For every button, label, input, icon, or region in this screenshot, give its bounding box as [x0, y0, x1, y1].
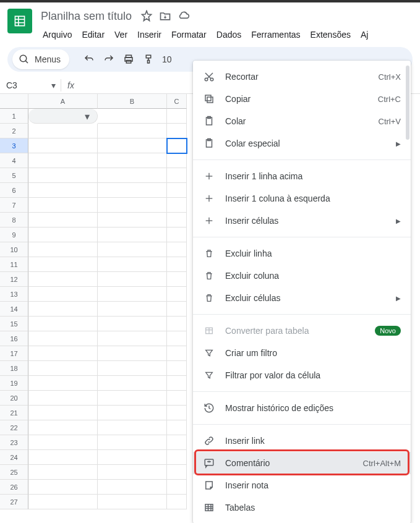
- cm-history[interactable]: Mostrar histórico de edições: [193, 397, 411, 419]
- cloud-icon[interactable]: [178, 10, 190, 22]
- cell[interactable]: [167, 257, 187, 272]
- cell[interactable]: [98, 406, 167, 420]
- cm-insert-row-above[interactable]: Inserir 1 linha acima: [193, 165, 411, 187]
- row-header[interactable]: 16: [0, 331, 28, 346]
- cell[interactable]: [167, 287, 187, 302]
- cell[interactable]: [98, 213, 167, 227]
- cm-tables[interactable]: Tabelas: [193, 496, 411, 519]
- cell[interactable]: [167, 495, 187, 509]
- cell[interactable]: [167, 346, 187, 361]
- sheets-app-icon[interactable]: [7, 9, 32, 33]
- cell[interactable]: [28, 213, 98, 227]
- redo-button[interactable]: [100, 51, 118, 68]
- cell[interactable]: [98, 302, 167, 317]
- cell[interactable]: [167, 317, 187, 331]
- cell[interactable]: [28, 227, 98, 242]
- cell[interactable]: [167, 272, 187, 287]
- cell[interactable]: [28, 391, 98, 406]
- cell[interactable]: [98, 450, 167, 465]
- cell[interactable]: [98, 138, 167, 153]
- row-header[interactable]: 1: [0, 109, 28, 124]
- row-header[interactable]: 14: [0, 302, 28, 317]
- cell[interactable]: [98, 227, 167, 242]
- row-header[interactable]: 3: [0, 138, 28, 153]
- cm-cut[interactable]: Recortar Ctrl+X: [193, 66, 411, 88]
- row-header[interactable]: 12: [0, 272, 28, 287]
- row-header[interactable]: 8: [0, 213, 28, 227]
- menu-ver[interactable]: Ver: [110, 27, 132, 42]
- cell[interactable]: [167, 213, 187, 227]
- cm-comment[interactable]: Comentário Ctrl+Alt+M: [193, 452, 411, 474]
- cm-paste-special[interactable]: Colar especial ▶: [193, 132, 411, 155]
- cell[interactable]: [28, 168, 98, 183]
- cell[interactable]: [28, 272, 98, 287]
- cell[interactable]: [28, 346, 98, 361]
- row-header[interactable]: 27: [0, 495, 28, 509]
- cm-insert-note[interactable]: Inserir nota: [193, 474, 411, 496]
- cell[interactable]: [28, 406, 98, 420]
- cell[interactable]: [28, 302, 98, 317]
- cell[interactable]: [28, 138, 98, 153]
- row-header[interactable]: 9: [0, 227, 28, 242]
- zoom-value[interactable]: 10: [160, 54, 174, 64]
- cm-create-filter[interactable]: Criar um filtro: [193, 342, 411, 364]
- cell[interactable]: [167, 480, 187, 495]
- row-header[interactable]: 5: [0, 168, 28, 183]
- cell[interactable]: [98, 257, 167, 272]
- col-header-a[interactable]: A: [28, 94, 98, 109]
- cell[interactable]: ▾: [28, 109, 98, 124]
- cell[interactable]: [98, 168, 167, 183]
- cm-delete-cells[interactable]: Excluir células ▶: [193, 287, 411, 309]
- cell[interactable]: [167, 168, 187, 183]
- row-header[interactable]: 20: [0, 391, 28, 406]
- cell[interactable]: [28, 153, 98, 168]
- paint-format-button[interactable]: [140, 51, 157, 68]
- print-button[interactable]: [120, 51, 137, 68]
- row-header[interactable]: 19: [0, 376, 28, 391]
- cell[interactable]: [167, 183, 187, 198]
- row-header[interactable]: 22: [0, 420, 28, 435]
- cell[interactable]: [28, 183, 98, 198]
- move-icon[interactable]: [159, 10, 171, 22]
- cell[interactable]: [167, 391, 187, 406]
- cell[interactable]: [167, 153, 187, 168]
- cell[interactable]: [28, 257, 98, 272]
- cell[interactable]: [98, 183, 167, 198]
- row-header[interactable]: 17: [0, 346, 28, 361]
- cell[interactable]: [167, 376, 187, 391]
- cell[interactable]: [167, 138, 187, 153]
- cell[interactable]: [167, 198, 187, 213]
- cell[interactable]: [98, 331, 167, 346]
- cm-delete-row[interactable]: Excluir linha: [193, 242, 411, 265]
- menu-search[interactable]: Menus: [12, 49, 69, 69]
- cell[interactable]: [98, 420, 167, 435]
- cell[interactable]: [98, 198, 167, 213]
- cell[interactable]: [28, 480, 98, 495]
- cm-copy[interactable]: Copiar Ctrl+C: [193, 88, 411, 110]
- row-header[interactable]: 23: [0, 435, 28, 450]
- menu-dados[interactable]: Dados: [212, 27, 246, 42]
- cm-filter-by-value[interactable]: Filtrar por valor da célula: [193, 364, 411, 386]
- star-icon[interactable]: [140, 10, 153, 22]
- row-header[interactable]: 15: [0, 317, 28, 331]
- cm-convert-table[interactable]: Converter para tabela Novo: [193, 320, 411, 342]
- cell[interactable]: [28, 287, 98, 302]
- cell[interactable]: [98, 346, 167, 361]
- cell[interactable]: [28, 420, 98, 435]
- select-all-corner[interactable]: [0, 94, 28, 109]
- cell[interactable]: [167, 109, 187, 124]
- cell[interactable]: [98, 361, 167, 376]
- name-box[interactable]: C3 ▾: [0, 80, 61, 90]
- menu-ferramentas[interactable]: Ferramentas: [247, 27, 304, 42]
- cell[interactable]: [28, 124, 98, 138]
- scrollbar-thumb[interactable]: [406, 66, 409, 140]
- undo-button[interactable]: [80, 51, 98, 68]
- row-header[interactable]: 6: [0, 183, 28, 198]
- cell[interactable]: [98, 376, 167, 391]
- row-header[interactable]: 11: [0, 257, 28, 272]
- row-header[interactable]: 2: [0, 124, 28, 138]
- cell[interactable]: [167, 406, 187, 420]
- cell[interactable]: [167, 361, 187, 376]
- col-header-b[interactable]: B: [98, 94, 167, 109]
- col-header-c[interactable]: C: [167, 94, 187, 109]
